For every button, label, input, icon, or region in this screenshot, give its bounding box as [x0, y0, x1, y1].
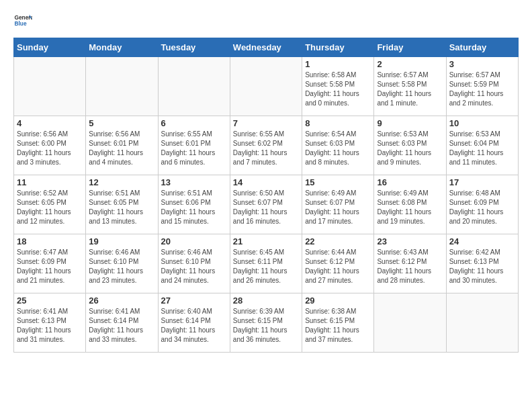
day-number: 28: [233, 295, 299, 306]
calendar-cell: 13Sunrise: 6:51 AM Sunset: 6:06 PM Dayli…: [158, 175, 230, 234]
day-number: 22: [305, 236, 371, 246]
day-number: 27: [161, 295, 227, 306]
calendar-cell: [158, 57, 230, 116]
calendar-cell: 20Sunrise: 6:46 AM Sunset: 6:10 PM Dayli…: [158, 234, 230, 293]
day-info: Sunrise: 6:49 AM Sunset: 6:08 PM Dayligh…: [377, 189, 443, 226]
day-info: Sunrise: 6:50 AM Sunset: 6:07 PM Dayligh…: [233, 189, 299, 226]
weekday-header-tuesday: Tuesday: [158, 38, 230, 57]
calendar-week-2: 11Sunrise: 6:52 AM Sunset: 6:05 PM Dayli…: [14, 175, 519, 234]
weekday-header-wednesday: Wednesday: [230, 38, 302, 57]
day-info: Sunrise: 6:46 AM Sunset: 6:10 PM Dayligh…: [89, 248, 154, 285]
day-info: Sunrise: 6:51 AM Sunset: 6:06 PM Dayligh…: [161, 189, 227, 226]
day-number: 18: [17, 236, 83, 246]
calendar-cell: 11Sunrise: 6:52 AM Sunset: 6:05 PM Dayli…: [14, 175, 86, 234]
day-number: 7: [233, 118, 299, 128]
day-info: Sunrise: 6:56 AM Sunset: 6:00 PM Dayligh…: [17, 130, 83, 167]
calendar-cell: 27Sunrise: 6:40 AM Sunset: 6:14 PM Dayli…: [158, 293, 230, 353]
day-number: 11: [17, 177, 83, 187]
calendar-week-4: 25Sunrise: 6:41 AM Sunset: 6:13 PM Dayli…: [14, 293, 519, 353]
day-number: 3: [449, 59, 515, 69]
day-info: Sunrise: 6:39 AM Sunset: 6:15 PM Dayligh…: [233, 307, 299, 345]
day-number: 29: [305, 295, 371, 306]
day-info: Sunrise: 6:54 AM Sunset: 6:03 PM Dayligh…: [305, 130, 371, 167]
calendar-cell: 28Sunrise: 6:39 AM Sunset: 6:15 PM Dayli…: [230, 293, 302, 353]
calendar-cell: 1Sunrise: 6:58 AM Sunset: 5:58 PM Daylig…: [302, 57, 374, 116]
logo: General Blue: [13, 11, 35, 30]
day-info: Sunrise: 6:47 AM Sunset: 6:09 PM Dayligh…: [17, 248, 83, 285]
day-info: Sunrise: 6:48 AM Sunset: 6:09 PM Dayligh…: [449, 189, 515, 226]
day-number: 12: [89, 177, 154, 187]
logo-icon: General Blue: [13, 11, 32, 30]
day-number: 6: [161, 118, 227, 128]
day-number: 15: [305, 177, 371, 187]
day-info: Sunrise: 6:43 AM Sunset: 6:12 PM Dayligh…: [377, 248, 443, 285]
day-info: Sunrise: 6:41 AM Sunset: 6:14 PM Dayligh…: [89, 307, 154, 345]
day-info: Sunrise: 6:41 AM Sunset: 6:13 PM Dayligh…: [17, 307, 83, 345]
calendar-cell: 5Sunrise: 6:56 AM Sunset: 6:01 PM Daylig…: [86, 116, 158, 175]
weekday-header-sunday: Sunday: [14, 38, 86, 57]
calendar-cell: 19Sunrise: 6:46 AM Sunset: 6:10 PM Dayli…: [86, 234, 158, 293]
day-info: Sunrise: 6:45 AM Sunset: 6:11 PM Dayligh…: [233, 248, 299, 285]
day-number: 16: [377, 177, 443, 187]
calendar-cell: 2Sunrise: 6:57 AM Sunset: 5:58 PM Daylig…: [374, 57, 446, 116]
svg-text:Blue: Blue: [14, 20, 26, 27]
day-number: 17: [449, 177, 515, 187]
calendar-cell: [446, 293, 518, 353]
calendar-cell: 3Sunrise: 6:57 AM Sunset: 5:59 PM Daylig…: [446, 57, 518, 116]
day-info: Sunrise: 6:53 AM Sunset: 6:03 PM Dayligh…: [377, 130, 443, 167]
calendar-cell: [230, 57, 302, 116]
day-info: Sunrise: 6:51 AM Sunset: 6:05 PM Dayligh…: [89, 189, 154, 226]
calendar-body: 1Sunrise: 6:58 AM Sunset: 5:58 PM Daylig…: [14, 57, 519, 353]
day-number: 1: [305, 59, 371, 69]
day-info: Sunrise: 6:46 AM Sunset: 6:10 PM Dayligh…: [161, 248, 227, 285]
calendar-cell: 10Sunrise: 6:53 AM Sunset: 6:04 PM Dayli…: [446, 116, 518, 175]
day-number: 26: [89, 295, 154, 306]
calendar-cell: 25Sunrise: 6:41 AM Sunset: 6:13 PM Dayli…: [14, 293, 86, 353]
calendar-week-0: 1Sunrise: 6:58 AM Sunset: 5:58 PM Daylig…: [14, 57, 519, 116]
day-number: 25: [17, 295, 83, 306]
calendar-cell: [14, 57, 86, 116]
header: General Blue: [13, 11, 519, 30]
day-info: Sunrise: 6:52 AM Sunset: 6:05 PM Dayligh…: [17, 189, 83, 226]
calendar-cell: 29Sunrise: 6:38 AM Sunset: 6:15 PM Dayli…: [302, 293, 374, 353]
day-info: Sunrise: 6:56 AM Sunset: 6:01 PM Dayligh…: [89, 130, 154, 167]
calendar-cell: 8Sunrise: 6:54 AM Sunset: 6:03 PM Daylig…: [302, 116, 374, 175]
calendar-table: SundayMondayTuesdayWednesdayThursdayFrid…: [13, 38, 519, 353]
calendar-cell: 23Sunrise: 6:43 AM Sunset: 6:12 PM Dayli…: [374, 234, 446, 293]
calendar-cell: [86, 57, 158, 116]
weekday-header-thursday: Thursday: [302, 38, 374, 57]
calendar-cell: 9Sunrise: 6:53 AM Sunset: 6:03 PM Daylig…: [374, 116, 446, 175]
day-number: 4: [17, 118, 83, 128]
day-info: Sunrise: 6:57 AM Sunset: 5:59 PM Dayligh…: [449, 71, 515, 108]
day-number: 20: [161, 236, 227, 246]
day-number: 5: [89, 118, 154, 128]
calendar-cell: 17Sunrise: 6:48 AM Sunset: 6:09 PM Dayli…: [446, 175, 518, 234]
calendar-cell: 21Sunrise: 6:45 AM Sunset: 6:11 PM Dayli…: [230, 234, 302, 293]
calendar-cell: 26Sunrise: 6:41 AM Sunset: 6:14 PM Dayli…: [86, 293, 158, 353]
day-number: 24: [449, 236, 515, 246]
day-info: Sunrise: 6:49 AM Sunset: 6:07 PM Dayligh…: [305, 189, 371, 226]
calendar-cell: 6Sunrise: 6:55 AM Sunset: 6:01 PM Daylig…: [158, 116, 230, 175]
calendar-cell: 18Sunrise: 6:47 AM Sunset: 6:09 PM Dayli…: [14, 234, 86, 293]
day-number: 21: [233, 236, 299, 246]
weekday-header-saturday: Saturday: [446, 38, 518, 57]
day-info: Sunrise: 6:42 AM Sunset: 6:13 PM Dayligh…: [449, 248, 515, 285]
calendar-cell: 4Sunrise: 6:56 AM Sunset: 6:00 PM Daylig…: [14, 116, 86, 175]
day-number: 10: [449, 118, 515, 128]
day-info: Sunrise: 6:40 AM Sunset: 6:14 PM Dayligh…: [161, 307, 227, 345]
calendar-cell: 15Sunrise: 6:49 AM Sunset: 6:07 PM Dayli…: [302, 175, 374, 234]
calendar-cell: 7Sunrise: 6:55 AM Sunset: 6:02 PM Daylig…: [230, 116, 302, 175]
weekday-header-monday: Monday: [86, 38, 158, 57]
day-number: 13: [161, 177, 227, 187]
calendar-cell: 22Sunrise: 6:44 AM Sunset: 6:12 PM Dayli…: [302, 234, 374, 293]
weekday-header-friday: Friday: [374, 38, 446, 57]
calendar-cell: [374, 293, 446, 353]
calendar-week-1: 4Sunrise: 6:56 AM Sunset: 6:00 PM Daylig…: [14, 116, 519, 175]
calendar-cell: 12Sunrise: 6:51 AM Sunset: 6:05 PM Dayli…: [86, 175, 158, 234]
calendar-cell: 24Sunrise: 6:42 AM Sunset: 6:13 PM Dayli…: [446, 234, 518, 293]
day-number: 8: [305, 118, 371, 128]
calendar-week-3: 18Sunrise: 6:47 AM Sunset: 6:09 PM Dayli…: [14, 234, 519, 293]
day-info: Sunrise: 6:57 AM Sunset: 5:58 PM Dayligh…: [377, 71, 443, 108]
day-info: Sunrise: 6:58 AM Sunset: 5:58 PM Dayligh…: [305, 71, 371, 108]
day-info: Sunrise: 6:55 AM Sunset: 6:02 PM Dayligh…: [233, 130, 299, 167]
